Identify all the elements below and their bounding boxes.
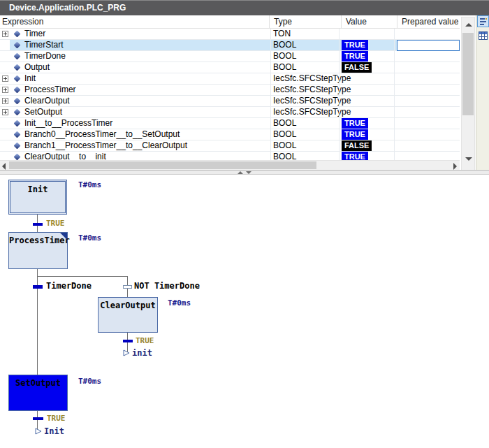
column-separator (394, 62, 395, 73)
type-cell: TON (273, 29, 340, 40)
splitter-down-icon[interactable] (246, 171, 251, 174)
expand-icon[interactable] (2, 87, 8, 93)
sfc-step-init-label: Init (28, 185, 48, 194)
view-table-button[interactable] (477, 29, 489, 41)
variable-icon (14, 64, 21, 71)
type-cell: BOOL (273, 152, 340, 160)
column-separator (339, 107, 340, 118)
expression-cell[interactable]: ClearOutput (24, 96, 268, 107)
expression-cell[interactable]: Branch0__ProcessTimer__to__SetOutput (24, 129, 268, 140)
column-separator (270, 29, 271, 40)
expression-cell[interactable]: Output (24, 62, 268, 73)
table-row[interactable]: ClearOutputIecSfc.SFCStepType (0, 96, 460, 107)
column-separator (339, 85, 340, 96)
expression-cell[interactable]: ClearOutput__to__init (24, 152, 268, 160)
horizontal-scroll-thumb[interactable] (9, 161, 316, 169)
splitter-up-icon[interactable] (238, 171, 243, 174)
column-separator (270, 118, 271, 129)
column-separator (270, 51, 271, 62)
expression-cell[interactable]: Branch1__ProcessTimer__to__ClearOutput (24, 140, 268, 152)
scroll-down-icon[interactable] (465, 157, 472, 161)
sfc-transition-label[interactable]: TRUE (136, 337, 154, 345)
column-separator (270, 73, 271, 85)
sfc-transition-label[interactable]: TimerDone (46, 282, 92, 291)
column-separator (394, 107, 395, 118)
table-row[interactable]: SetOutputIecSfc.SFCStepType (0, 107, 460, 118)
sfc-step-clearoutput-label: ClearOutput (100, 301, 155, 310)
sfc-jump-arrow-icon[interactable] (35, 428, 43, 435)
table-row[interactable]: Branch1__ProcessTimer__to__ClearOutputBO… (0, 140, 460, 152)
sfc-transition-label[interactable]: NOT TimerDone (134, 282, 200, 291)
sfc-step-setoutput[interactable]: SetOutput (8, 375, 68, 411)
table-row[interactable]: TimerDoneBOOLTRUE (0, 51, 460, 62)
pane-splitter[interactable] (0, 170, 489, 175)
table-row[interactable]: TimerStartBOOLTRUE (0, 40, 460, 51)
sfc-transition-label[interactable]: TRUE (46, 219, 65, 228)
expression-cell[interactable]: TimerDone (24, 51, 268, 62)
variable-icon (14, 87, 21, 94)
column-separator (270, 40, 271, 51)
table-row[interactable]: OutputBOOLFALSE (0, 62, 460, 73)
sfc-connection-line (37, 276, 38, 375)
column-header-expression[interactable]: Expression (0, 15, 269, 29)
sfc-transition-label[interactable]: TRUE (47, 414, 66, 423)
vertical-scrollbar[interactable] (461, 17, 475, 174)
expression-cell[interactable]: Timer (24, 29, 268, 40)
column-separator (339, 96, 340, 107)
sfc-step-init[interactable]: Init (8, 180, 67, 215)
table-row[interactable]: InitIecSfc.SFCStepType (0, 73, 460, 85)
variable-icon (14, 53, 21, 60)
expression-cell[interactable]: Init__to__ProcessTimer (24, 118, 268, 129)
value-cell (342, 73, 396, 85)
horizontal-scrollbar[interactable] (0, 160, 460, 170)
expression-cell[interactable]: SetOutput (24, 107, 268, 118)
variable-icon (14, 154, 21, 160)
expression-cell[interactable]: TimerStart (24, 40, 268, 51)
value-badge: FALSE (342, 62, 372, 73)
column-separator (270, 152, 271, 160)
expand-icon[interactable] (2, 31, 8, 37)
expand-icon[interactable] (2, 75, 8, 82)
scroll-right-icon[interactable] (453, 163, 457, 170)
sfc-transition-bar-true-3[interactable] (33, 417, 43, 420)
column-separator (339, 152, 340, 160)
sfc-step-processtimer[interactable]: ProcessTimer (8, 232, 68, 269)
type-cell: BOOL (273, 62, 340, 73)
expand-icon[interactable] (2, 109, 8, 115)
table-row[interactable]: Branch0__ProcessTimer__to__SetOutputBOOL… (0, 129, 460, 140)
column-separator (394, 152, 395, 160)
sfc-jump-arrow-icon[interactable] (123, 349, 131, 356)
sfc-transition-bar-timerdone[interactable] (33, 285, 43, 289)
vertical-scroll-thumb[interactable] (462, 33, 474, 115)
table-row[interactable]: ClearOutput__to__initBOOLTRUE (0, 152, 460, 160)
watch-table: Expression Type Value Prepared value Tim… (0, 15, 460, 160)
sfc-step-clearoutput[interactable]: ClearOutput (98, 297, 158, 333)
view-declaration-button[interactable] (477, 15, 489, 27)
sfc-transition-bar-true-1[interactable] (33, 223, 43, 226)
column-header-value[interactable]: Value (341, 15, 397, 29)
column-separator (394, 29, 395, 40)
prepared-value-cell[interactable] (397, 40, 460, 51)
column-separator (339, 29, 340, 40)
column-separator (394, 140, 395, 152)
column-header-type[interactable]: Type (269, 15, 341, 29)
expression-cell[interactable]: ProcessTimer (24, 85, 268, 96)
value-badge: TRUE (342, 129, 368, 140)
sfc-transition-bar-true-2[interactable] (123, 340, 133, 342)
expand-icon[interactable] (2, 98, 8, 104)
sfc-step-setoutput-time: T#0ms (78, 377, 101, 386)
table-row[interactable]: Init__to__ProcessTimerBOOLTRUE (0, 118, 460, 129)
scroll-left-icon[interactable] (2, 163, 6, 170)
column-header-prepared-value[interactable]: Prepared value (397, 15, 460, 29)
sfc-jump-target[interactable]: Init (44, 427, 64, 436)
type-cell: IecSfc.SFCStepType (273, 73, 340, 85)
value-badge: TRUE (342, 152, 368, 160)
plc-watch-window: Device.Application.PLC_PRG Expression Ty… (0, 0, 489, 448)
table-row[interactable]: ProcessTimerIecSfc.SFCStepType (0, 85, 460, 96)
scroll-up-icon[interactable] (465, 23, 472, 27)
sfc-step-init-time: T#0ms (78, 181, 101, 189)
sfc-transition-bar-not-timerdone[interactable] (123, 285, 132, 289)
table-row[interactable]: TimerTON (0, 29, 460, 40)
sfc-jump-target[interactable]: init (132, 349, 152, 358)
expression-cell[interactable]: Init (24, 73, 268, 85)
